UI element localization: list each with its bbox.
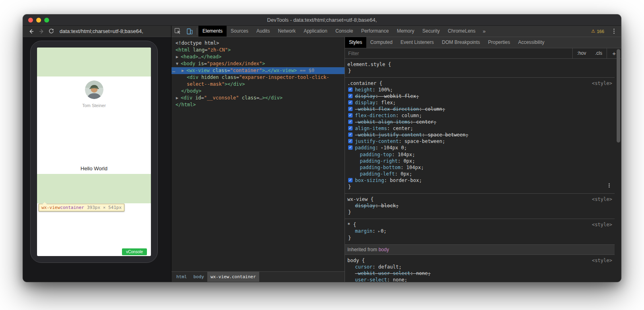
devtools-tab-memory[interactable]: Memory [393, 26, 418, 37]
minimize-button[interactable] [36, 18, 41, 23]
property-checkbox[interactable]: ✓ [348, 113, 353, 118]
css-property[interactable]: display: block; [347, 203, 612, 209]
css-property[interactable]: padding-left: 0px; [347, 171, 612, 177]
sidebar-tab-accessibility[interactable]: Accessibility [514, 37, 548, 48]
dom-tree-line[interactable]: ▼<body is="pages/index/index"> [171, 60, 345, 67]
disclosure-arrow-icon[interactable]: ▶ [176, 95, 181, 101]
address-bar[interactable]: data:text/html;charset=utf-8;base64, [60, 28, 143, 34]
dom-tree-line[interactable]: <!doctype html> [171, 40, 345, 47]
styles-filter-input[interactable] [345, 48, 572, 58]
inherited-from-link[interactable]: body [378, 247, 389, 252]
dom-tree-line[interactable]: <html lang="zh-CN"> [171, 47, 345, 54]
stylesheet-link[interactable]: <style> [592, 80, 612, 87]
css-property[interactable]: user-select: none; [347, 277, 612, 282]
breadcrumb-item-wx-view-container[interactable]: wx-view.container [207, 272, 259, 282]
css-property[interactable]: ✓-webkit-justify-content: space-between; [347, 132, 612, 138]
devtools-tab-chromelens[interactable]: ChromeLens [444, 26, 480, 37]
stylesheet-link[interactable]: <style> [592, 257, 612, 264]
devtools-tab-network[interactable]: Network [274, 26, 299, 37]
styles-scrollbar[interactable] [616, 48, 621, 281]
shorthand-arrow-icon[interactable]: ▾ [381, 146, 383, 150]
devtools-tab-performance[interactable]: Performance [357, 26, 393, 37]
devtools-tab-security[interactable]: Security [418, 26, 444, 37]
devtools-tab-console[interactable]: Console [331, 26, 357, 37]
devtools-tab-elements[interactable]: Elements [198, 26, 227, 37]
css-property[interactable]: -webkit-user-select: none; [347, 270, 612, 277]
property-value: default [378, 264, 399, 270]
inspect-element-button[interactable] [171, 26, 184, 37]
css-property[interactable]: ✓display: flex; [347, 99, 612, 106]
dom-tree-line[interactable]: ▶<head>…</head> [171, 54, 345, 60]
sidebar-tab-styles[interactable]: Styles [345, 37, 366, 48]
code-token: = [204, 47, 207, 53]
more-tabs-button[interactable]: » [479, 26, 489, 37]
class-toggle[interactable]: .cls [590, 48, 607, 58]
css-property[interactable]: ✓flex-direction: column; [347, 112, 612, 119]
css-property[interactable]: cursor: default; [347, 264, 612, 270]
shorthand-arrow-icon[interactable]: ▸ [378, 229, 380, 233]
rule-selector[interactable]: * { [347, 221, 356, 228]
rule-more-icon[interactable] [607, 183, 611, 188]
css-property[interactable]: ✓height: 100%; [347, 87, 612, 93]
close-button[interactable] [28, 18, 33, 23]
property-checkbox[interactable]: ✓ [348, 126, 353, 130]
css-property[interactable]: padding-bottom: 104px; [347, 164, 612, 171]
breadcrumb-item-body[interactable]: body [190, 272, 208, 282]
sidebar-tab-event-listeners[interactable]: Event Listeners [396, 37, 438, 48]
dom-tree-line[interactable]: ▶<div id="__vconsole" class=…></div> [171, 95, 345, 101]
css-property[interactable]: ✓padding: ▾104px 0; [347, 145, 612, 151]
css-property[interactable]: margin: ▸0; [347, 228, 612, 235]
warning-badge[interactable]: ⚠166 [591, 29, 604, 34]
code-token: </html> [175, 102, 196, 107]
dom-tree-line[interactable]: …▶<wx-view class="container">…</wx-view>… [171, 67, 345, 74]
sidebar-tab-computed[interactable]: Computed [366, 37, 396, 48]
rule-selector[interactable]: wx-view { [347, 196, 374, 203]
property-checkbox[interactable]: ✓ [348, 120, 353, 124]
property-checkbox[interactable]: ✓ [348, 139, 353, 143]
stylesheet-link[interactable]: <style> [592, 196, 612, 203]
back-button[interactable] [26, 26, 36, 37]
forward-button[interactable] [36, 26, 46, 37]
breadcrumb-item-html[interactable]: html [173, 272, 190, 282]
property-checkbox[interactable]: ✓ [348, 107, 353, 111]
disclosure-arrow-icon[interactable]: ▶ [176, 54, 181, 60]
zoom-button[interactable] [44, 18, 49, 23]
property-checkbox[interactable]: ✓ [348, 145, 353, 150]
devtools-menu-button[interactable] [609, 26, 619, 37]
rule-selector[interactable]: body { [347, 257, 365, 264]
css-property[interactable]: ✓box-sizing: border-box; [347, 177, 612, 184]
property-value: block [381, 203, 396, 209]
gutter-ellipsis[interactable]: … [172, 67, 175, 74]
disclosure-arrow-icon[interactable]: ▶ [182, 67, 186, 74]
css-property[interactable]: padding-top: 104px; [347, 151, 612, 158]
property-checkbox[interactable]: ✓ [348, 100, 353, 105]
css-property[interactable]: ✓justify-content: space-between; [347, 138, 612, 145]
pseudo-state-toggle[interactable]: :hov [572, 48, 591, 58]
css-property[interactable]: padding-right: 0px; [347, 158, 612, 164]
vconsole-button[interactable]: vConsole [122, 248, 147, 255]
disclosure-arrow-icon[interactable]: ▼ [176, 60, 181, 67]
property-checkbox[interactable]: ✓ [348, 132, 353, 137]
rule-selector[interactable]: .container { [347, 80, 382, 87]
dom-tree-line[interactable]: </html> [171, 101, 345, 108]
css-property[interactable]: ✓-webkit-flex-direction: column; [347, 106, 612, 112]
css-property[interactable]: ✓display: -webkit-flex; [347, 93, 612, 99]
css-property[interactable]: ✓align-items: center; [347, 125, 612, 132]
property-checkbox[interactable]: ✓ [348, 178, 353, 182]
dom-tree-line[interactable]: <div hidden class="exparser-inspector-to… [171, 74, 345, 88]
sidebar-tab-dom-breakpoints[interactable]: DOM Breakpoints [438, 37, 484, 48]
device-toolbar-button[interactable] [184, 26, 196, 37]
stylesheet-link[interactable]: <style> [592, 221, 612, 228]
property-name: padding [355, 145, 376, 151]
sidebar-tab-properties[interactable]: Properties [484, 37, 514, 48]
dom-tree-line[interactable]: </body> [171, 88, 345, 95]
css-property[interactable]: ✓-webkit-align-items: center; [347, 119, 612, 125]
rule-selector[interactable]: element.style { [347, 61, 391, 68]
scrollbar-thumb[interactable] [617, 49, 620, 143]
property-checkbox[interactable]: ✓ [348, 87, 353, 92]
property-checkbox[interactable]: ✓ [348, 94, 353, 98]
devtools-tab-sources[interactable]: Sources [227, 26, 252, 37]
devtools-tab-audits[interactable]: Audits [252, 26, 274, 37]
reload-button[interactable] [46, 26, 56, 37]
devtools-tab-application[interactable]: Application [299, 26, 331, 37]
